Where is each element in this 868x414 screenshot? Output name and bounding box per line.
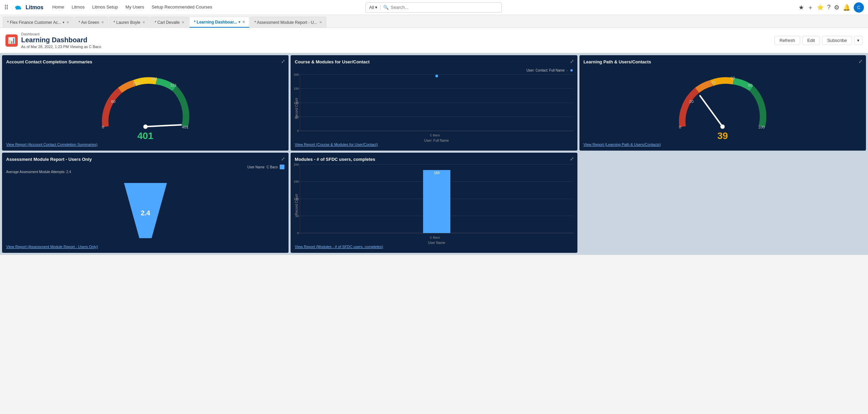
scatter-legend: User: Contact: Full Name - ● — [295, 67, 573, 73]
view-report-1[interactable]: View Report (Account Contact Completion … — [6, 142, 284, 147]
tab-close-icon[interactable]: ✕ — [182, 20, 184, 24]
tab-lauren-boyle[interactable]: * Lauren Boyle ✕ — [109, 17, 150, 28]
subscribe-button[interactable]: Subscribe — [822, 36, 852, 45]
gauge-chart-2: 0 20 40 60 80 100 39 — [584, 67, 862, 142]
tab-carl-devalle[interactable]: * Carl Devalle ✕ — [150, 17, 189, 28]
card-title-course-modules: Course & Modules for User/Contact — [295, 59, 573, 64]
tab-arrow-icon: ▾ — [63, 20, 64, 24]
dashboard-subtitle: As of Mar 28, 2022, 1:23 PM Viewing as C… — [21, 45, 101, 49]
view-report-4[interactable]: View Report (Assessment Module Report - … — [6, 245, 284, 249]
add-icon[interactable]: ＋ — [807, 3, 813, 12]
scatter-legend-dash: - — [567, 68, 568, 72]
card-course-modules: Course & Modules for User/Contact ⤢ User… — [291, 55, 577, 151]
scatter-chart-inner: 0 50 100 150 200 C Baco User: Full Name — [300, 75, 573, 142]
svg-text:321: 321 — [170, 83, 177, 87]
search-scope[interactable]: All ▾ — [369, 5, 381, 10]
dashboard-header-left: 📊 Dashboard Learning Dashboard As of Mar… — [5, 32, 101, 49]
scatter-dot-1 — [435, 75, 438, 77]
card-title-learning-path: Learning Path & Users/Contacts — [584, 59, 862, 64]
dashboard-actions: Refresh Edit Subscribe ▾ — [774, 36, 863, 45]
bell-icon[interactable]: 🔔 — [843, 4, 850, 11]
tab-close-icon[interactable]: ✕ — [142, 20, 145, 24]
svg-point-15 — [720, 124, 725, 129]
expand-icon-5[interactable]: ⤢ — [570, 156, 574, 162]
card-assessment-module: Assessment Module Report - Users Only ⤢ … — [2, 153, 289, 253]
expand-icon-3[interactable]: ⤢ — [858, 59, 863, 64]
search-input[interactable] — [391, 5, 498, 10]
search-bar: All ▾ 🔍 — [366, 2, 502, 13]
tab-arrow-icon: ▾ — [238, 20, 240, 24]
tab-learning-dashboard[interactable]: * Learning Dashboar... ▾ ✕ — [189, 17, 249, 28]
edit-button[interactable]: Edit — [802, 36, 820, 45]
tab-avi-green[interactable]: * Avi Green ✕ — [74, 17, 108, 28]
tab-bar: * Flex Finance Customer Ac... ▾ ✕ * Avi … — [0, 15, 868, 28]
help-icon[interactable]: ? — [827, 4, 831, 11]
scatter-dot-icon: ● — [570, 67, 573, 73]
gauge-chart-1: 0 80 160 241 321 401 401 — [6, 67, 284, 142]
nav-my-users[interactable]: My Users — [122, 0, 148, 15]
view-report-3[interactable]: View Report (Learning Path & Users/Conta… — [584, 142, 862, 147]
expand-icon-4[interactable]: ⤢ — [281, 156, 285, 162]
bar-1: 184 — [423, 170, 450, 233]
view-report-2[interactable]: View Report (Course & Modules for User/C… — [295, 142, 573, 147]
expand-icon-2[interactable]: ⤢ — [570, 59, 574, 64]
funnel-svg: 2.4 — [115, 177, 176, 245]
gauge-svg-1: 0 80 160 241 321 401 — [91, 68, 200, 134]
breadcrumb: Dashboard — [21, 32, 101, 36]
card-empty — [579, 153, 866, 253]
bar-chart-wrapper: Record Count 0 50 100 150 200 184 C Baco… — [295, 165, 573, 245]
x-axis-label-bar: User Name — [300, 241, 573, 245]
bar-x-tick: C Baco — [430, 236, 440, 239]
tab-label: * Avi Green — [79, 20, 99, 25]
avatar[interactable]: C — [854, 2, 864, 13]
svg-text:20: 20 — [689, 99, 694, 104]
trailhead-icon[interactable]: ⭐ — [817, 4, 824, 11]
nav-setup-courses[interactable]: Setup Recommended Courses — [148, 0, 216, 15]
svg-text:40: 40 — [711, 80, 716, 84]
svg-text:2.4: 2.4 — [141, 209, 150, 217]
funnel-avg-label: Average Assessment Module Attempts: 2.4 — [6, 170, 284, 174]
star-icon[interactable]: ★ — [799, 4, 804, 11]
bar-chart-area: 0 50 100 150 200 184 C Baco — [300, 165, 573, 233]
dashboard-icon: 📊 — [5, 34, 18, 47]
tab-close-icon[interactable]: ✕ — [242, 20, 245, 24]
nav-litmos-setup[interactable]: Litmos Setup — [89, 0, 121, 15]
svg-text:401: 401 — [182, 125, 188, 129]
funnel-legend-item: C Baco — [267, 165, 278, 169]
app-launcher-icon[interactable]: ⠿ — [4, 4, 9, 11]
scatter-area: 0 50 100 150 200 C Baco — [300, 75, 573, 131]
nav-home[interactable]: Home — [49, 0, 67, 15]
gauge-value-2: 39 — [717, 131, 728, 141]
scatter-legend-label: User: Contact: Full Name — [526, 68, 564, 72]
x-tick-label: C Baco — [430, 134, 440, 137]
tab-label: * Carl Devalle — [155, 20, 180, 25]
tab-close-icon[interactable]: ✕ — [66, 20, 69, 24]
dashboard-grid: Account Contact Completion Summaries ⤢ 0… — [0, 53, 868, 255]
subscribe-dropdown[interactable]: ▾ — [854, 36, 863, 45]
svg-point-7 — [143, 124, 148, 129]
dashboard-header: 📊 Dashboard Learning Dashboard As of Mar… — [0, 28, 868, 53]
funnel-legend-title: User Name — [247, 165, 265, 169]
scatter-chart-wrapper: Record Count 0 50 100 150 200 C Baco Use… — [295, 75, 573, 142]
tab-assessment-module[interactable]: * Assessment Module Report - U... ✕ — [250, 17, 326, 28]
view-report-5[interactable]: View Report (Modules - # of SFDC users, … — [295, 245, 573, 249]
tab-label: * Assessment Module Report - U... — [254, 20, 317, 25]
nav-litmos[interactable]: Litmos — [68, 0, 88, 15]
tab-label: * Flex Finance Customer Ac... — [7, 20, 61, 25]
nav-links: Home Litmos Litmos Setup My Users Setup … — [49, 0, 216, 15]
refresh-button[interactable]: Refresh — [774, 36, 800, 45]
tab-close-icon[interactable]: ✕ — [319, 20, 322, 24]
svg-text:0: 0 — [102, 125, 104, 129]
funnel-chart: 2.4 — [6, 177, 284, 245]
tab-flex-finance[interactable]: * Flex Finance Customer Ac... ▾ ✕ — [3, 17, 74, 28]
expand-icon[interactable]: ⤢ — [281, 59, 285, 64]
svg-text:241: 241 — [151, 76, 158, 81]
tab-close-icon[interactable]: ✕ — [101, 20, 104, 24]
top-nav: ⠿ Litmos Home Litmos Litmos Setup My Use… — [0, 0, 868, 15]
tab-label: * Learning Dashboar... — [194, 20, 237, 25]
settings-icon[interactable]: ⚙ — [834, 4, 839, 11]
svg-line-6 — [145, 125, 181, 126]
tab-label: * Lauren Boyle — [113, 20, 140, 25]
svg-text:100: 100 — [758, 125, 765, 129]
svg-text:80: 80 — [748, 83, 753, 87]
